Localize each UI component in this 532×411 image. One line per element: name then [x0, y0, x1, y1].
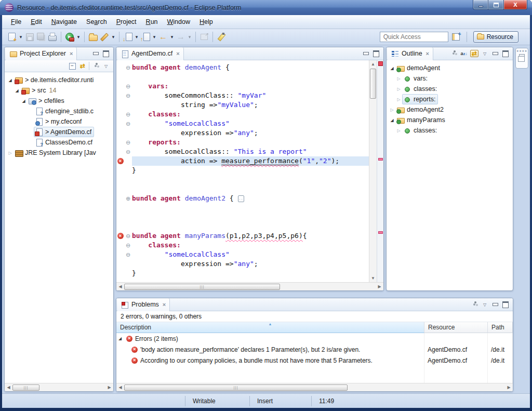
menu-file[interactable]: File: [6, 17, 26, 27]
project-explorer-hscrollbar[interactable]: ◀ ▶: [5, 383, 113, 391]
menu-project[interactable]: Project: [112, 17, 141, 27]
project-explorer-item[interactable]: ◢> src14: [5, 85, 113, 96]
outline-item[interactable]: ▷demoAgent2: [387, 104, 513, 115]
code-line[interactable]: ⊖ "someLocalClass": [116, 119, 369, 128]
code-line[interactable]: [116, 222, 369, 231]
column-header-path[interactable]: Path: [488, 322, 513, 333]
editor-minimize-icon[interactable]: [362, 50, 370, 57]
fold-minus-icon[interactable]: ⊖: [124, 250, 132, 259]
project-explorer-item[interactable]: ▷JRE System Library [Jav: [5, 148, 113, 158]
problems-group-row[interactable]: ◢×Errors (2 items): [116, 333, 513, 344]
code-line[interactable]: ⊖ vars:: [116, 82, 369, 91]
scroll-thumb[interactable]: [124, 385, 348, 391]
customize-view-icon[interactable]: [91, 62, 100, 70]
code-line[interactable]: ⊖ someLocalClass:: "This is a report": [116, 147, 369, 156]
editor-tab-agentdemo[interactable]: AgentDemo.cf ×: [117, 47, 184, 60]
code-line[interactable]: expression =>"any";: [116, 128, 369, 138]
back-arrow-icon[interactable]: [157, 31, 169, 43]
scroll-up-icon[interactable]: ▲: [369, 60, 377, 68]
menu-navigate[interactable]: Navigate: [47, 17, 82, 27]
restore-view-icon[interactable]: [519, 54, 525, 59]
fold-minus-icon[interactable]: ⊖: [124, 138, 132, 147]
fold-minus-icon[interactable]: ⊖: [124, 82, 132, 91]
print-icon[interactable]: [47, 31, 58, 43]
project-explorer-close-icon[interactable]: ×: [70, 50, 73, 57]
code-line[interactable]: [116, 184, 369, 194]
column-header-description[interactable]: ▲Description: [116, 322, 424, 333]
scroll-down-icon[interactable]: ▼: [369, 274, 377, 282]
fold-minus-icon[interactable]: ⊖: [124, 63, 132, 72]
tree-item-content[interactable]: cfengine_stdlib.c: [34, 106, 96, 116]
title-bar[interactable]: Resource - de.itemis.cfeditor.runtime.te…: [0, 0, 532, 15]
next-annotation-icon[interactable]: [122, 31, 134, 43]
problems-maximize-icon[interactable]: [501, 301, 510, 308]
outline-close-icon[interactable]: ×: [426, 50, 429, 57]
project-explorer-item[interactable]: > AgentDemo.cf: [5, 127, 113, 137]
tree-item-content[interactable]: > cfefiles: [27, 96, 67, 106]
column-header-resource[interactable]: Resource: [424, 322, 488, 333]
outline-item[interactable]: ▷classes:: [387, 84, 513, 94]
menu-edit[interactable]: Edit: [26, 17, 47, 27]
previous-annotation-icon[interactable]: [140, 31, 151, 43]
code-line[interactable]: ⊖ classes:: [116, 110, 369, 119]
outline-tab[interactable]: Outline ×: [388, 47, 433, 60]
tree-item-content[interactable]: > AgentDemo.cf: [34, 127, 94, 137]
menu-window[interactable]: Window: [163, 17, 195, 27]
scroll-thumb[interactable]: [124, 284, 280, 290]
problems-view-menu-icon[interactable]: [481, 301, 489, 308]
project-explorer-item[interactable]: cfengine_stdlib.c: [5, 106, 113, 116]
code-line[interactable]: }: [116, 166, 369, 175]
outline-view-menu-icon[interactable]: [481, 50, 489, 57]
code-line[interactable]: ⊖ "someLocalClass": [116, 250, 369, 259]
tree-item-content[interactable]: reports:: [402, 94, 438, 104]
collapse-arrow-icon[interactable]: ◢: [7, 78, 14, 83]
project-explorer-item[interactable]: ClassesDemo.cf: [5, 137, 113, 148]
code-line[interactable]: ⊖ reports:: [116, 138, 369, 147]
code-area[interactable]: ⊖bundle agent demoAgent {⊖ vars:⊖ someCo…: [116, 60, 369, 282]
tree-item-content[interactable]: > de.itemis.cfeditor.runti: [14, 75, 96, 85]
collapse-arrow-icon[interactable]: ◢: [116, 336, 124, 341]
scroll-thumb[interactable]: [12, 385, 39, 391]
expand-arrow-icon[interactable]: ▷: [7, 151, 14, 155]
code-line[interactable]: ⊖ classes:: [116, 241, 369, 250]
outline-maximize-icon[interactable]: [501, 50, 510, 57]
tree-item-content[interactable]: classes:: [402, 84, 440, 94]
code-line[interactable]: ⊖bundle agent demoAgent {: [116, 63, 369, 72]
project-explorer-item[interactable]: ◢> cfefiles: [5, 96, 113, 106]
fold-minus-icon[interactable]: ⊖: [124, 241, 132, 250]
outline-link-with-editor-icon[interactable]: [470, 50, 478, 57]
maximize-button[interactable]: [488, 0, 504, 10]
open-perspective-icon[interactable]: [450, 31, 462, 43]
collapse-arrow-icon[interactable]: ◢: [20, 99, 27, 103]
code-line[interactable]: expression =>"any";: [116, 259, 369, 269]
outline-item[interactable]: ◢demoAgent: [387, 63, 513, 73]
fold-minus-icon[interactable]: ⊖: [124, 147, 132, 156]
code-line[interactable]: [116, 203, 369, 213]
editor-tab-close-icon[interactable]: ×: [176, 50, 179, 57]
minimized-view-strip[interactable]: ●●●●: [515, 48, 528, 69]
editor-maximize-icon[interactable]: [372, 50, 380, 57]
outline-item[interactable]: ▷classes:: [387, 125, 513, 136]
scroll-thumb[interactable]: [370, 69, 376, 99]
project-explorer-item[interactable]: > my.cfeconf: [5, 116, 113, 127]
menu-run[interactable]: Run: [141, 17, 163, 27]
error-marker-icon[interactable]: ×: [117, 233, 124, 239]
problems-hscrollbar[interactable]: ◀ ▶: [116, 383, 513, 391]
close-button[interactable]: X: [504, 0, 527, 10]
code-line[interactable]: [116, 213, 369, 222]
dropdown-arrow-icon[interactable]: [110, 31, 116, 43]
tree-item-content[interactable]: JRE System Library [Jav: [14, 148, 99, 158]
scroll-left-icon[interactable]: ◀: [116, 383, 124, 391]
minimize-button[interactable]: [473, 0, 488, 10]
sort-alphabetically-icon[interactable]: [460, 50, 468, 57]
outline-focus-icon[interactable]: [449, 50, 458, 57]
expand-arrow-icon[interactable]: ▷: [395, 128, 402, 133]
tree-item-content[interactable]: ClassesDemo.cf: [34, 137, 95, 148]
scroll-right-icon[interactable]: ▶: [505, 383, 513, 391]
fold-plus-icon[interactable]: ⊕: [124, 194, 132, 203]
problems-filter-icon[interactable]: [470, 301, 478, 308]
code-line[interactable]: ⊖ someCommonClass:: "myVar": [116, 91, 369, 100]
problem-row[interactable]: ×'body action measure_performance' decla…: [116, 344, 513, 355]
tree-item-content[interactable]: demoAgent: [395, 63, 443, 73]
tree-item-content[interactable]: classes:: [402, 125, 440, 136]
